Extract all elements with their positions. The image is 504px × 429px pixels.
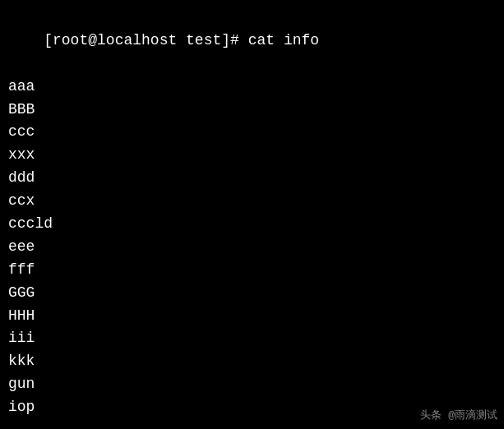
output-line: cccld: [8, 213, 496, 236]
output-line: ccc: [8, 121, 496, 144]
output-line: gun: [8, 373, 496, 396]
output-line: ddd: [8, 167, 496, 190]
output-line: BBB: [8, 99, 496, 122]
output-line: fff: [8, 259, 496, 282]
command-line: [root@localhost test]# cat info: [8, 7, 496, 76]
output-line: ccx: [8, 190, 496, 213]
output-area: aaaBBBcccxxxdddccxcccldeeefffGGGHHHiiikk…: [8, 76, 496, 419]
prompt-prefix: [root@localhost test]#: [44, 32, 247, 48]
terminal-window: [root@localhost test]# cat info aaaBBBcc…: [0, 0, 504, 429]
output-line: iii: [8, 327, 496, 350]
output-line: aaa: [8, 76, 496, 99]
output-line: xxx: [8, 144, 496, 167]
command-text: cat info: [248, 32, 319, 48]
output-line: GGG: [8, 282, 496, 305]
output-line: HHH: [8, 305, 496, 328]
output-line: kkk: [8, 350, 496, 373]
output-line: eee: [8, 236, 496, 259]
watermark: 头条 @雨滴测试: [420, 408, 497, 422]
